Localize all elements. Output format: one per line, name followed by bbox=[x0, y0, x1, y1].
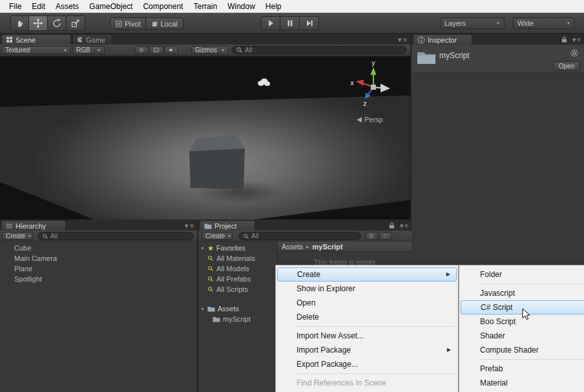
chevron-down-icon: ▼ bbox=[567, 21, 570, 25]
inspector-panel-icons: ▼≡ bbox=[561, 36, 584, 45]
context-menu-item-create[interactable]: Create ▶ bbox=[277, 267, 457, 282]
audio-toggle-button[interactable] bbox=[164, 46, 178, 54]
hierarchy-item-plane[interactable]: Plane bbox=[0, 263, 197, 274]
axis-x-label: x bbox=[351, 79, 354, 87]
menu-window[interactable]: Window bbox=[222, 0, 260, 13]
menu-edit[interactable]: Edit bbox=[26, 0, 50, 13]
scale-tool-button[interactable] bbox=[67, 15, 85, 31]
axis-y-cone[interactable] bbox=[371, 67, 377, 75]
layers-dropdown[interactable]: Layers ▼ bbox=[440, 17, 505, 29]
perspective-toggle[interactable]: Persp bbox=[357, 116, 383, 123]
context-menu-item-import-new-asset[interactable]: Import New Asset... bbox=[277, 329, 457, 343]
layout-dropdown[interactable]: Wide ▼ bbox=[513, 17, 575, 29]
hierarchy-item-spotlight[interactable]: Spotlight bbox=[0, 274, 197, 284]
breadcrumb-current[interactable]: myScript bbox=[313, 243, 343, 251]
step-button[interactable] bbox=[300, 16, 319, 30]
submenu-item-compute-shader[interactable]: Compute Shader bbox=[461, 343, 584, 357]
project-favorite-item[interactable]: All Scripts bbox=[198, 284, 248, 294]
saved-search-icon bbox=[207, 286, 214, 293]
axis-z-cone[interactable] bbox=[365, 93, 371, 99]
rotate-tool-button[interactable] bbox=[48, 15, 67, 31]
move-tool-button[interactable] bbox=[29, 15, 48, 31]
tab-scene[interactable]: Scene bbox=[1, 34, 71, 45]
tab-game[interactable]: Game bbox=[72, 34, 112, 45]
open-button[interactable]: Open bbox=[553, 61, 580, 71]
menu-terrain[interactable]: Terrain bbox=[188, 0, 222, 13]
local-toggle-button[interactable]: Local bbox=[146, 17, 183, 30]
context-menu-item-show-in-explorer[interactable]: Show in Explorer bbox=[277, 282, 457, 296]
scene-panel-menu-icon[interactable]: ▼≡ bbox=[397, 36, 410, 45]
submenu-item-material[interactable]: Material bbox=[461, 376, 584, 390]
lock-icon[interactable] bbox=[561, 36, 568, 43]
lighting-toggle-button[interactable] bbox=[134, 46, 149, 54]
scene-orientation-gizmo[interactable]: y x z bbox=[348, 59, 399, 110]
hierarchy-tab-icon bbox=[6, 223, 13, 229]
context-menu-item-open[interactable]: Open bbox=[277, 296, 457, 310]
menubar: File Edit Assets GameObject Component Te… bbox=[0, 0, 584, 13]
transform-tools bbox=[10, 15, 85, 31]
pause-button[interactable] bbox=[280, 16, 300, 30]
document-plus-icon bbox=[369, 232, 374, 240]
menu-help[interactable]: Help bbox=[260, 0, 287, 13]
project-create-button[interactable]: Create ▼ bbox=[202, 232, 233, 240]
folder-icon-large bbox=[417, 50, 436, 65]
chevron-down-icon: ▼ bbox=[97, 48, 101, 52]
submenu-item-shader[interactable]: Shader bbox=[461, 329, 584, 343]
hierarchy-create-button[interactable]: Create ▼ bbox=[2, 232, 33, 240]
channel-dropdown[interactable]: RGB ▼ bbox=[72, 46, 105, 54]
hierarchy-item-cube[interactable]: Cube bbox=[0, 243, 197, 253]
context-menu-item-find-references: Find References In Scene bbox=[277, 376, 457, 390]
context-menu-item-export-package[interactable]: Export Package... bbox=[277, 357, 457, 371]
hand-tool-button[interactable] bbox=[10, 15, 29, 31]
project-toolbar: Create ▼ All bbox=[198, 231, 412, 242]
render-effects-toggle-button[interactable] bbox=[149, 46, 163, 54]
foldout-caret-icon[interactable]: ▼ bbox=[200, 246, 205, 251]
hierarchy-panel-menu-icon[interactable]: ▼≡ bbox=[183, 222, 197, 231]
gizmos-dropdown[interactable]: Gizmos ▼ bbox=[191, 46, 229, 54]
lock-icon[interactable] bbox=[388, 222, 395, 229]
menu-gameobject[interactable]: GameObject bbox=[84, 0, 138, 13]
render-mode-label: Textured bbox=[5, 46, 30, 54]
open-asset-search-button[interactable] bbox=[365, 232, 378, 240]
inspector-panel-menu-icon[interactable]: ▼≡ bbox=[571, 36, 581, 43]
project-favorite-item[interactable]: All Models bbox=[198, 263, 249, 274]
submenu-item-folder[interactable]: Folder bbox=[461, 267, 584, 282]
labels-filter-button[interactable] bbox=[379, 232, 392, 240]
scene-search-input[interactable]: All bbox=[231, 46, 407, 54]
submenu-arrow-icon: ▶ bbox=[447, 343, 451, 357]
menu-file[interactable]: File bbox=[4, 0, 26, 13]
cube-object[interactable] bbox=[186, 132, 251, 194]
info-icon bbox=[417, 36, 425, 44]
project-favorite-item[interactable]: All Prefabs bbox=[198, 274, 251, 284]
favorites-label: Favorites bbox=[216, 244, 245, 252]
project-favorite-item[interactable]: All Materials bbox=[198, 253, 255, 263]
render-mode-dropdown[interactable]: Textured ▼ bbox=[1, 46, 71, 54]
context-menu-item-import-package[interactable]: Import Package ▶ bbox=[277, 343, 457, 357]
foldout-caret-icon[interactable]: ▼ bbox=[200, 307, 205, 311]
tab-inspector[interactable]: Inspector bbox=[413, 34, 472, 45]
project-search-input[interactable]: All bbox=[238, 232, 361, 240]
pivot-toggle-button[interactable]: Pivot bbox=[110, 17, 146, 30]
submenu-item-javascript[interactable]: Javascript bbox=[461, 286, 584, 300]
project-assets-root[interactable]: ▼ Assets bbox=[198, 304, 239, 314]
breadcrumb-root[interactable]: Assets bbox=[282, 243, 303, 251]
submenu-item-prefab[interactable]: Prefab bbox=[461, 362, 584, 376]
gizmo-center-cube[interactable] bbox=[371, 85, 376, 90]
gear-icon[interactable] bbox=[570, 48, 579, 57]
project-favorites-root[interactable]: ▼ ★ Favorites bbox=[198, 243, 245, 253]
context-menu-item-delete[interactable]: Delete bbox=[277, 310, 457, 324]
hierarchy-search-input[interactable]: All bbox=[37, 232, 194, 240]
axis-x-cone[interactable] bbox=[356, 80, 364, 86]
project-panel-menu-icon[interactable]: ▼≡ bbox=[399, 222, 408, 229]
gizmos-label: Gizmos bbox=[195, 46, 217, 54]
menu-component[interactable]: Component bbox=[138, 0, 188, 13]
play-button[interactable] bbox=[261, 16, 280, 30]
tab-project[interactable]: Project bbox=[200, 220, 255, 231]
chevron-down-icon: ▼ bbox=[227, 234, 231, 238]
hierarchy-item-main-camera[interactable]: Main Camera bbox=[0, 253, 197, 263]
project-folder-myscript[interactable]: myScript bbox=[198, 314, 251, 324]
menu-assets[interactable]: Assets bbox=[50, 0, 84, 13]
scene-viewport[interactable]: y x z Persp bbox=[0, 56, 410, 220]
axis-back-cone[interactable] bbox=[381, 84, 390, 93]
tab-hierarchy[interactable]: Hierarchy bbox=[1, 220, 66, 231]
